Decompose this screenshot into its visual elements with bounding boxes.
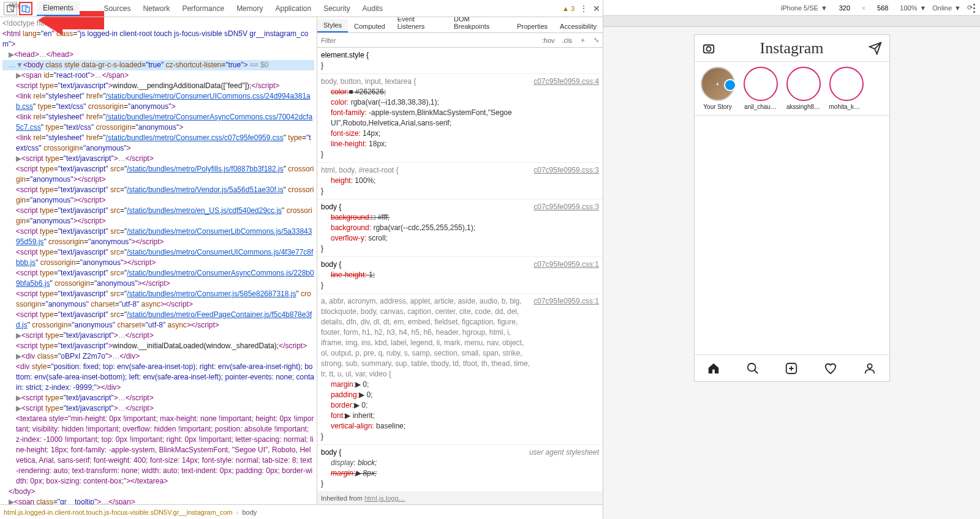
dom-line[interactable]: ▶<span id="react-root">…</span> xyxy=(2,70,314,81)
dom-line[interactable]: <script type="text/javascript" src="/sta… xyxy=(2,247,314,268)
tab-sources[interactable]: Sources xyxy=(97,2,137,15)
camera-icon[interactable] xyxy=(702,42,715,55)
dom-line[interactable]: <script type="text/javascript" src="/sta… xyxy=(2,310,314,330)
dom-tree[interactable]: <!doctype html> <html lang="en" class="j… xyxy=(0,17,317,504)
heart-icon[interactable] xyxy=(824,362,837,375)
tab-elements[interactable]: Elements xyxy=(37,1,80,16)
styles-panel: Styles Computed Event Listeners DOM Brea… xyxy=(317,17,603,504)
tab-application[interactable]: Application xyxy=(269,2,317,15)
dom-line[interactable]: ▶<script type="text/javascript">…</scrip… xyxy=(2,393,314,403)
story-item[interactable]: akssingh8… xyxy=(786,67,821,110)
dimension-separator: × xyxy=(862,4,865,12)
new-post-icon[interactable] xyxy=(785,362,798,375)
inspect-element-icon[interactable] xyxy=(4,2,17,15)
device-preview: iPhone 5/SE ▼ × 100% ▼ Online ▼ ⟳ Instag… xyxy=(603,0,980,519)
warnings-badge[interactable]: ▲ 3 xyxy=(562,5,575,12)
instagram-header: Instagram xyxy=(695,35,889,62)
story-item[interactable]: Your Story xyxy=(701,67,735,110)
dom-selected-body[interactable]: …▼<body class style data-gr-c-s-loaded="… xyxy=(2,60,314,70)
cls-toggle[interactable]: .cls xyxy=(559,37,576,44)
throttle-select[interactable]: Online ▼ xyxy=(932,4,961,12)
tab-performance[interactable]: Performance xyxy=(176,2,230,15)
instagram-logo: Instagram xyxy=(760,39,824,58)
devtools-tabs: Elements le Sources Network Performance … xyxy=(0,0,603,17)
styles-filter-input[interactable] xyxy=(317,37,538,44)
rule-reset: a, abbr, acronym, address, applet, artic… xyxy=(317,294,603,445)
dom-line[interactable]: <script type="text/javascript" src="/sta… xyxy=(2,226,314,247)
overflow-menu-icon[interactable] xyxy=(973,4,975,13)
dom-line[interactable]: <script type="text/javascript">window.__… xyxy=(2,341,314,351)
devtools-menu-icon[interactable]: ⋮ xyxy=(579,4,588,13)
tab-memory[interactable]: Memory xyxy=(230,2,269,15)
dom-line[interactable]: <link rel="stylesheet" href="/static/bun… xyxy=(2,112,314,133)
device-toolbar: iPhone 5/SE ▼ × 100% ▼ Online ▼ ⟳ xyxy=(603,0,980,16)
rule-body-button: body, button, input, textarea {c07c95fe0… xyxy=(317,74,603,163)
dom-line[interactable]: ▶<script type="text/javascript">…</scrip… xyxy=(2,154,314,164)
hov-toggle[interactable]: :hov xyxy=(538,37,559,44)
dom-line[interactable]: <script type="text/javascript" src="/sta… xyxy=(2,268,314,289)
dom-line[interactable]: ▶<script type="text/javascript">…</scrip… xyxy=(2,403,314,414)
home-icon[interactable] xyxy=(707,362,720,375)
inherited-from-label: Inherited from html.js.logg… xyxy=(317,492,603,504)
rotate-icon[interactable]: ⟳ xyxy=(967,4,973,12)
tab-audits[interactable]: Audits xyxy=(356,2,389,15)
tab-network[interactable]: Network xyxy=(137,2,176,15)
devtools-window: stagram Elements le Sources Network Perf… xyxy=(0,0,603,519)
styles-tab-styles[interactable]: Styles xyxy=(317,19,348,32)
rule-body-lh: body {c07c95fe0959.css:1 line-height: 1;… xyxy=(317,257,603,294)
styles-more-icon[interactable]: ⤡ xyxy=(590,36,603,44)
styles-tab-properties[interactable]: Properties xyxy=(511,20,554,32)
svg-point-4 xyxy=(706,47,710,51)
breadcrumb-body[interactable]: body xyxy=(242,509,257,516)
dom-line[interactable]: ▶<head>…</head> xyxy=(2,50,314,60)
new-style-rule-icon[interactable]: ＋ xyxy=(576,35,590,45)
dom-line[interactable]: <div style="position: fixed; top: env(sa… xyxy=(2,362,314,393)
close-devtools-icon[interactable]: ✕ xyxy=(593,4,600,13)
svg-rect-2 xyxy=(26,7,29,12)
svg-point-7 xyxy=(867,364,872,368)
styles-rules[interactable]: element.style { } body, button, input, t… xyxy=(317,48,603,504)
bottom-nav xyxy=(695,354,889,381)
profile-icon[interactable] xyxy=(863,362,876,375)
dom-line[interactable]: <link rel="stylesheet" href="/static/bun… xyxy=(2,91,314,112)
width-input[interactable] xyxy=(834,4,856,12)
svg-point-5 xyxy=(748,363,756,371)
height-input[interactable] xyxy=(872,4,894,12)
story-item[interactable]: mohita_kh… xyxy=(829,67,864,110)
dom-line[interactable]: ▶<span class="gr__tooltip">…</span> xyxy=(2,497,314,504)
styles-tab-accessibility[interactable]: Accessibility xyxy=(554,20,603,32)
device-toolbar-icon[interactable] xyxy=(19,2,32,15)
breadcrumb-html[interactable]: html.js.logged-in.client-root.touch.js-f… xyxy=(4,509,233,516)
rule-body-bg: body {c07c95fe0959.css:3 background:□ #f… xyxy=(317,200,603,257)
styles-tab-computed[interactable]: Computed xyxy=(348,20,391,32)
dom-line[interactable]: </body> xyxy=(2,487,314,497)
dom-line[interactable]: <link rel="stylesheet" href="/static/bun… xyxy=(2,133,314,154)
rule-element-style: element.style { } xyxy=(317,48,603,74)
feed-area[interactable] xyxy=(695,116,889,354)
dom-line[interactable]: <script type="text/javascript" src="/sta… xyxy=(2,185,314,206)
dom-line[interactable]: <script type="text/javascript" src="/sta… xyxy=(2,289,314,310)
zoom-select[interactable]: 100% ▼ xyxy=(900,4,926,12)
breadcrumb[interactable]: html.js.logged-in.client-root.touch.js-f… xyxy=(0,504,603,519)
stories-tray[interactable]: Your Storyanil_chau…akssingh8…mohita_kh… xyxy=(695,62,889,116)
search-icon[interactable] xyxy=(746,362,760,375)
dom-line[interactable]: <textarea style="min-height: 0px !import… xyxy=(2,414,314,487)
ruler xyxy=(603,16,980,27)
dom-line[interactable]: <script type="text/javascript" src="/sta… xyxy=(2,164,314,185)
device-select[interactable]: iPhone 5/SE ▼ xyxy=(781,4,827,12)
device-frame: Instagram Your Storyanil_chau…akssingh8…… xyxy=(694,34,890,382)
rule-html-body-root: html, body, #react-root {c07c95fe0959.cs… xyxy=(317,163,603,200)
dom-line[interactable]: ▶<div class="oBPxI Z2m7o">…</div> xyxy=(2,351,314,362)
dom-line[interactable]: <script type="text/javascript" src="/sta… xyxy=(2,206,314,226)
dom-line[interactable]: ▶<script type="text/javascript">…</scrip… xyxy=(2,330,314,341)
tab-security[interactable]: Security xyxy=(317,2,356,15)
send-icon[interactable] xyxy=(869,42,882,55)
story-item[interactable]: anil_chau… xyxy=(744,67,778,110)
rule-ua-body: body {user agent stylesheet display: blo… xyxy=(317,445,603,492)
dom-line[interactable]: <script type="text/javascript">window.__… xyxy=(2,81,314,91)
